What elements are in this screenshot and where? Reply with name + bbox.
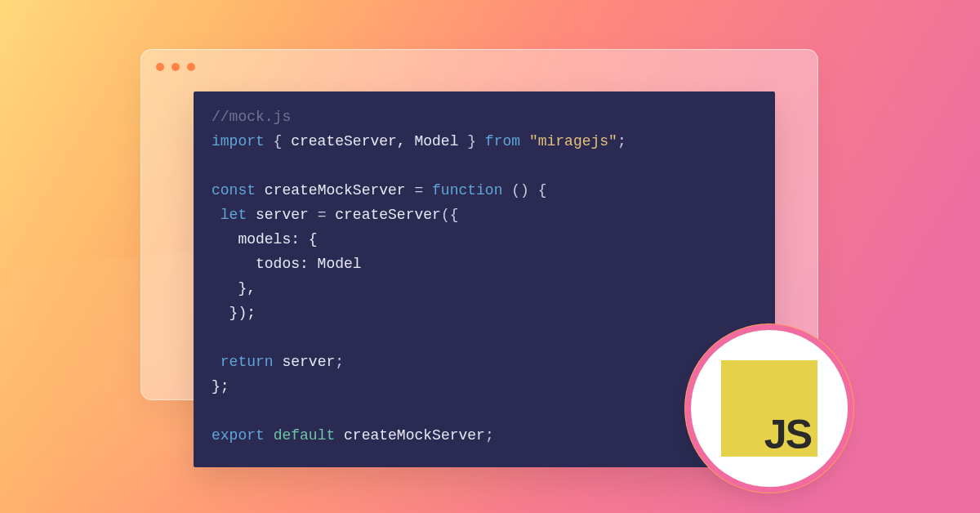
code-ident: createMockServer — [344, 427, 485, 444]
traffic-light-icon — [187, 63, 195, 71]
badge-inner: JS — [699, 338, 840, 479]
code-punct: ; — [485, 427, 494, 444]
code-space — [274, 354, 283, 370]
code-ident: server — [282, 354, 335, 370]
code-space — [247, 207, 256, 223]
code-editor-panel: //mock.js import { createServer, Model }… — [194, 91, 775, 467]
code-keyword: function — [432, 182, 502, 199]
code-ident: server — [256, 207, 309, 223]
traffic-light-icon — [156, 63, 164, 71]
code-keyword: import — [212, 133, 265, 149]
code-punct: = — [406, 182, 432, 199]
code-line: models: { — [212, 231, 318, 248]
code-ident: createMockServer — [265, 182, 406, 199]
code-punct: ; — [617, 133, 626, 149]
code-keyword: const — [212, 182, 256, 199]
code-ident: createServer — [335, 207, 441, 223]
code-punct: ; — [335, 354, 344, 370]
code-space — [265, 427, 274, 444]
code-line: }, — [212, 280, 256, 297]
code-keyword: from — [485, 133, 520, 149]
browser-traffic-lights — [141, 50, 817, 78]
code-space — [335, 427, 344, 444]
code-keyword: let — [212, 207, 247, 223]
code-keyword: default — [274, 427, 336, 444]
javascript-badge: JS — [691, 330, 848, 487]
code-string: "miragejs" — [529, 133, 617, 149]
code-punct: { — [265, 133, 291, 149]
javascript-logo-icon: JS — [721, 360, 817, 457]
hero-canvas: //mock.js import { createServer, Model }… — [0, 0, 980, 513]
traffic-light-icon — [172, 63, 180, 71]
code-line: }); — [212, 305, 256, 321]
code-keyword: return — [212, 354, 274, 370]
code-punct: = — [309, 207, 335, 223]
code-punct: () { — [502, 182, 546, 199]
code-punct: } — [458, 133, 484, 149]
code-punct: ({ — [441, 207, 459, 223]
code-line: }; — [212, 378, 229, 395]
code-space — [256, 182, 265, 199]
code-line: todos: Model — [212, 256, 362, 272]
code-comment: //mock.js — [212, 109, 291, 125]
code-ident: createServer, Model — [291, 133, 458, 149]
code-space — [520, 133, 529, 149]
code-keyword: export — [212, 427, 265, 444]
javascript-logo-label: JS — [764, 411, 811, 458]
